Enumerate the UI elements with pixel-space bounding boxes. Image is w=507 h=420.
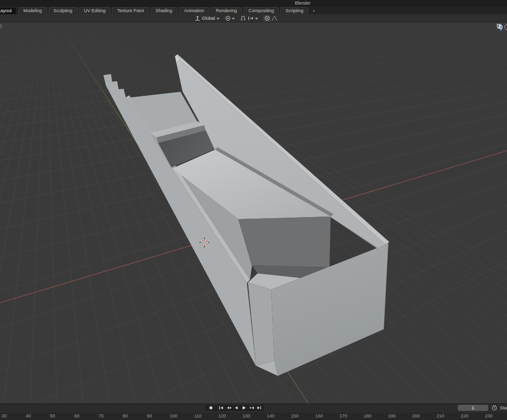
ruler-frame-label: 180 <box>364 413 371 418</box>
timeline-header: 1 Start <box>0 404 507 412</box>
ruler-frame-label: 70 <box>98 413 103 418</box>
workspace-tab-animation[interactable]: Animation <box>179 7 209 14</box>
clipped-header-fragment <box>0 24 2 28</box>
ruler-frame-label: 100 <box>170 413 177 418</box>
ruler-frame-label: 50 <box>50 413 55 418</box>
snap-with-dropdown[interactable] <box>247 15 259 22</box>
ruler-frame-label: 170 <box>340 413 347 418</box>
viewport-header: Global <box>0 14 507 22</box>
play-forward-icon <box>241 405 247 411</box>
jump-start-button[interactable] <box>217 405 225 411</box>
jump-end-icon <box>256 405 262 411</box>
prev-keyframe-icon <box>226 405 232 411</box>
falloff-dropdown[interactable] <box>271 15 278 22</box>
ruler-frame-label: 30 <box>2 413 7 418</box>
play-reverse-button[interactable] <box>232 405 240 411</box>
record-button[interactable] <box>207 405 214 411</box>
workspace-tab-layout[interactable]: Layout <box>0 7 17 14</box>
window-title: Blender <box>295 1 310 6</box>
current-frame-field[interactable]: 1 <box>458 405 488 411</box>
ruler-frame-label: 150 <box>291 413 299 418</box>
workspace-tab-modeling[interactable]: Modeling <box>18 7 47 14</box>
viewport-3d[interactable] <box>0 22 507 403</box>
pivot-point-icon <box>225 15 231 21</box>
chevron-down-icon[interactable] <box>496 24 499 26</box>
next-keyframe-icon <box>248 405 255 411</box>
workspace-tab-texture-paint[interactable]: Texture Paint <box>112 7 149 14</box>
add-workspace-button[interactable]: + <box>310 8 317 14</box>
ruler-frame-label: 130 <box>242 413 250 418</box>
orientation-label: Global <box>202 16 215 21</box>
ruler-frame-label: 190 <box>388 413 395 418</box>
ruler-frame-label: 140 <box>267 413 274 418</box>
play-forward-button[interactable] <box>240 405 247 411</box>
play-reverse-icon <box>233 405 239 411</box>
ruler-frame-label: 60 <box>74 413 79 418</box>
proportional-editing-toggle[interactable] <box>263 15 271 22</box>
ruler-frame-label: 90 <box>147 413 152 418</box>
workspace-tab-shading[interactable]: Shading <box>151 7 177 14</box>
workspace-tab-sculpting[interactable]: Sculpting <box>49 7 78 14</box>
ruler-frame-label: 40 <box>26 413 31 418</box>
time-sync-icon[interactable] <box>491 405 497 411</box>
transform-orientation-dropdown[interactable]: Global <box>194 15 220 22</box>
ruler-frame-label: 220 <box>461 413 468 418</box>
record-icon <box>208 405 214 411</box>
jump-end-button[interactable] <box>255 405 263 411</box>
ruler-frame-label: 210 <box>437 413 444 418</box>
transform-tool-cluster: Global <box>194 14 279 22</box>
overlays-toggle-button[interactable] <box>500 24 502 31</box>
chevron-down-icon <box>255 18 258 20</box>
chevron-down-icon <box>216 18 220 20</box>
workspace-tab-bar: LayoutModelingSculptingUV EditingTexture… <box>0 7 507 14</box>
falloff-curve-icon <box>271 15 278 21</box>
title-bar: Blender <box>0 0 507 7</box>
viewport-overlay-toggles <box>496 23 507 31</box>
ruler-frame-label: 200 <box>412 413 420 418</box>
mesh-object[interactable] <box>0 22 507 403</box>
snap-with-icon <box>247 15 255 21</box>
snap-magnet-icon <box>240 15 246 21</box>
ruler-frame-label: 160 <box>315 413 323 418</box>
workspace-tab-compositing[interactable]: Compositing <box>243 7 279 14</box>
platform-front[interactable] <box>238 217 331 267</box>
ruler-frame-label: 110 <box>194 413 201 418</box>
workspace-tab-scripting[interactable]: Scripting <box>280 7 308 14</box>
start-field-label[interactable]: Start <box>500 405 507 411</box>
ruler-frame-label: 230 <box>485 413 492 418</box>
chevron-down-icon <box>232 18 235 20</box>
snap-toggle[interactable] <box>240 15 246 22</box>
xray-toggle-icon[interactable] <box>504 24 507 30</box>
timeline-ruler[interactable]: 3040506070809010011012013014015016017018… <box>0 412 507 420</box>
prev-keyframe-button[interactable] <box>225 405 232 411</box>
transform-orientation-icon <box>194 15 201 21</box>
jump-start-icon <box>218 405 224 411</box>
blender-window: Blender LayoutModelingSculptingUV Editin… <box>0 0 507 420</box>
ruler-frame-label: 120 <box>219 413 226 418</box>
proportional-editing-icon <box>264 15 270 21</box>
playback-controls <box>205 405 264 411</box>
next-keyframe-button[interactable] <box>247 405 255 411</box>
ruler-frame-label: 80 <box>123 413 128 418</box>
workspace-tab-uv-editing[interactable]: UV Editing <box>79 7 111 14</box>
timeline-editor: 1 Start 30405060708090100110120130140150… <box>0 403 507 420</box>
pivot-point-dropdown[interactable] <box>225 15 235 22</box>
workspace-tab-rendering[interactable]: Rendering <box>211 7 242 14</box>
